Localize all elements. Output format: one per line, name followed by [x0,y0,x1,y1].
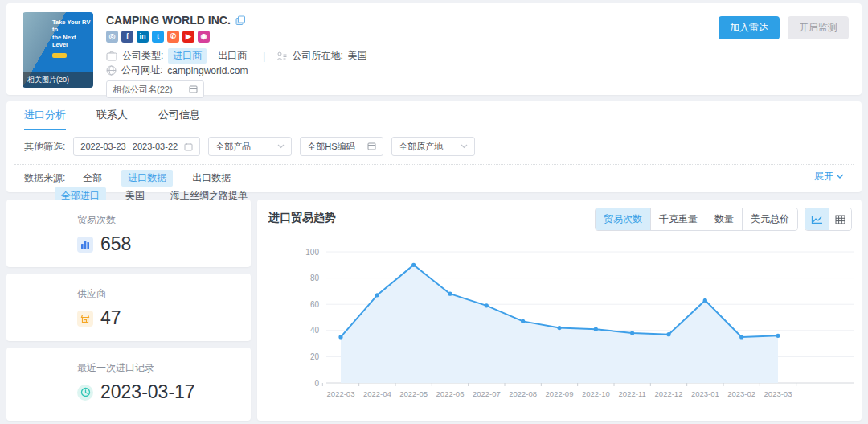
svg-text:2022-08: 2022-08 [509,389,537,398]
view-toggle-group [805,208,852,231]
svg-text:2022-06: 2022-06 [436,389,465,398]
date-start: 2022-03-23 [80,142,125,151]
stat-value: 658 [100,233,131,255]
other-filters-label: 其他筛选: [24,140,65,154]
date-range-picker[interactable]: 2022-03-23 2023-03-22 [73,137,200,156]
svg-text:40: 40 [310,326,320,335]
thumbnail-banner-pill [52,53,67,58]
svg-text:2022-10: 2022-10 [582,389,610,398]
chevron-down-icon [836,174,844,179]
datasource-chip[interactable]: 全部 [76,170,108,187]
stat-label: 最近一次进口记录 [77,361,251,375]
import-trend-card: 进口贸易趋势 贸易次数千克重量数量美元总价 0204060801002 [257,200,862,421]
thumbnail-banner: Take Your RV to the Next Level [52,19,91,58]
svg-text:2022-12: 2022-12 [655,389,683,398]
tab-公司信息[interactable]: 公司信息 [158,101,200,130]
table-icon [835,215,845,224]
stat-value: 2023-03-17 [100,381,195,403]
company-type-tag: 出口商 [213,48,252,64]
datasource-chip[interactable]: 进口数据 [121,170,173,187]
stat-card-suppliers: 供应商 47 [6,274,251,341]
clock-icon [77,385,93,401]
company-type-tags: 进口商出口商 [168,48,252,64]
svg-text:2023-03: 2023-03 [764,389,792,398]
metric-button-千克重量[interactable]: 千克重量 [650,208,706,230]
stat-card-last-import: 最近一次进口记录 2023-03-17 [6,348,251,421]
similar-company-select-label: 相似公司名(22) [113,84,173,96]
svg-text:2022-09: 2022-09 [546,389,574,398]
divider: | [263,51,265,62]
svg-text:2022-03: 2022-03 [327,389,355,398]
stat-label: 贸易次数 [77,213,251,227]
dotted-divider [14,164,854,165]
panel-icon [367,142,376,150]
linkedin-icon[interactable]: in [137,31,149,43]
trend-line-chart: 0204060801002022-032022-042022-052022-06… [257,233,862,412]
copy-icon[interactable] [235,15,246,26]
svg-text:80: 80 [310,274,320,282]
location-icon [276,51,287,61]
svg-text:2022-07: 2022-07 [473,389,501,398]
social-icons-row: ◎fint✆▶◉ [106,31,210,43]
chart-title: 进口贸易趋势 [268,211,336,225]
line-chart-icon [811,215,823,224]
website-value: campingworld.com [167,65,248,76]
globe-icon [106,65,117,76]
shop-icon [77,311,93,327]
location-label: 公司所在地: [292,49,342,63]
company-type-label: 公司类型: [122,49,163,63]
svg-text:20: 20 [310,352,320,361]
line-chart-view-button[interactable] [805,208,829,230]
company-name-row: CAMPING WORLD INC. [106,14,246,27]
company-info-row: 公司类型: 进口商出口商 | 公司所在地: 美国 [106,48,367,64]
stat-label: 供应商 [77,287,251,301]
company-type-icon [106,51,117,61]
svg-text:60: 60 [310,300,320,309]
location-value: 美国 [348,49,367,63]
svg-text:2023-02: 2023-02 [727,389,755,398]
analysis-panel-card: 进口分析联系人公司信息 其他筛选: 2022-03-23 2023-03-22 … [6,101,862,192]
company-name: CAMPING WORLD INC. [106,14,231,27]
chart-controls: 贸易次数千克重量数量美元总价 [595,208,852,231]
svg-text:0: 0 [314,379,319,388]
table-view-button[interactable] [829,208,851,230]
header-actions: 加入雷达 开启监测 [719,16,849,39]
metric-toggle-group: 贸易次数千克重量数量美元总价 [595,208,798,231]
datasource-chip[interactable]: 出口数据 [186,170,237,187]
metric-button-美元总价[interactable]: 美元总价 [742,208,797,230]
svg-text:2022-05: 2022-05 [399,389,428,398]
thumbnail-banner-line1: Take Your RV to [52,19,91,34]
datasource-row-1: 数据来源: 全部进口数据出口数据 [24,170,250,187]
hs-code-select[interactable]: 全部HS编码 [300,137,383,156]
thumbnail-banner-line2: the Next Level [52,34,91,49]
blog-icon[interactable]: ◎ [106,31,118,43]
add-radar-button[interactable]: 加入雷达 [719,16,780,39]
product-select[interactable]: 全部产品 [208,137,292,156]
facebook-icon[interactable]: f [121,31,133,43]
start-monitor-button[interactable]: 开启监测 [788,16,849,39]
tab-进口分析[interactable]: 进口分析 [24,101,66,130]
product-select-value: 全部产品 [215,141,251,153]
origin-select[interactable]: 全部原产地 [391,137,475,156]
metric-button-贸易次数[interactable]: 贸易次数 [596,208,650,230]
chevron-down-icon [461,144,468,149]
tabs-row: 进口分析联系人公司信息 [6,101,862,130]
company-header-card: Take Your RV to the Next Level 相关图片(20) … [6,3,862,95]
svg-text:100: 100 [305,248,319,257]
similar-company-select[interactable]: 相似公司名(22) [106,80,204,98]
datasource-label: 数据来源: [24,171,65,185]
tab-联系人[interactable]: 联系人 [96,101,128,130]
related-images-caption: 相关图片(20) [23,72,93,88]
hs-code-select-value: 全部HS编码 [307,141,354,153]
svg-text:2023-01: 2023-01 [691,389,719,398]
twitter-icon[interactable]: t [152,31,164,43]
instagram-icon[interactable]: ◉ [198,31,210,43]
metric-button-数量[interactable]: 数量 [706,208,742,230]
filter-row: 其他筛选: 2022-03-23 2023-03-22 全部产品 全部HS编码 [24,137,475,156]
chevron-down-icon [277,144,285,149]
phone-icon[interactable]: ✆ [167,31,179,43]
date-end: 2023-03-22 [133,142,178,151]
expand-link[interactable]: 展开 [814,170,844,183]
youtube-icon[interactable]: ▶ [182,31,194,43]
company-thumbnail[interactable]: Take Your RV to the Next Level 相关图片(20) [23,12,93,88]
